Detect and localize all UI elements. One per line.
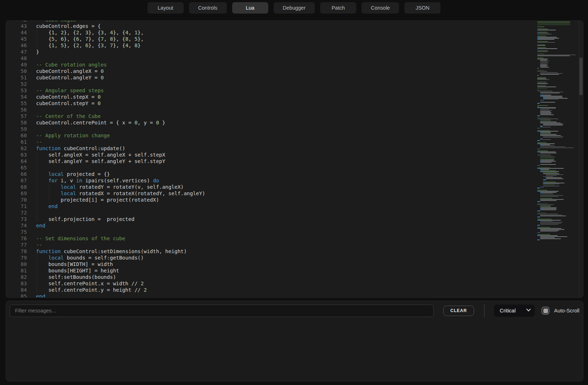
code-line[interactable]: 69 local rotatedX = rotateX(rotatedY, se… (6, 190, 533, 197)
minimap-row (540, 207, 557, 208)
messages-area (10, 317, 579, 378)
tab-lua[interactable]: Lua (232, 2, 268, 14)
code-line[interactable]: 71 end (6, 203, 533, 209)
code-line[interactable]: 77-- (6, 242, 533, 248)
code-line[interactable]: 53-- Angular speed steps (6, 87, 533, 94)
code-line[interactable]: 51cubeControl.angleY = 0 (6, 74, 533, 81)
minimap-row (537, 41, 548, 42)
lua-code-editor[interactable]: 42-- Cube edges43cubeControl.edges = {44… (6, 20, 583, 298)
code-line[interactable]: 60-- Apply rotation change (6, 132, 533, 139)
code-line[interactable]: 43cubeControl.edges = { (6, 23, 533, 29)
code-area[interactable]: 42-- Cube edges43cubeControl.edges = {44… (6, 21, 533, 297)
code-line[interactable]: 48 (6, 55, 533, 61)
minimap-row (543, 124, 563, 124)
code-line[interactable]: 85end (6, 293, 533, 297)
minimap-row (537, 189, 579, 189)
minimap-row (537, 154, 579, 154)
minimap-row (537, 142, 547, 143)
code-line[interactable]: 63 self.angleX = self.angleX + self.step… (6, 152, 533, 158)
code-line[interactable]: 73 self.projection = projected (6, 216, 533, 222)
minimap-row (540, 200, 557, 201)
code-line[interactable]: 65 (6, 164, 533, 171)
code-line[interactable]: 83 self.centrePoint.x = width // 2 (6, 280, 533, 287)
log-level-select[interactable]: Critical (494, 305, 535, 317)
code-line[interactable]: 52 (6, 81, 533, 87)
minimap-row (537, 79, 549, 80)
code-line-text: -- Set dimensions of the cube (36, 235, 533, 242)
code-line[interactable]: 66 local projected = {} (6, 171, 533, 177)
minimap-row (540, 108, 556, 109)
minimap[interactable] (537, 21, 579, 297)
minimap-row (540, 109, 549, 110)
code-line[interactable]: 84 self.centrePoint.y = height // 2 (6, 287, 533, 293)
minimap-row (540, 145, 554, 146)
tab-debugger[interactable]: Debugger (274, 2, 315, 14)
code-line[interactable]: 70 projected[i] = project(rotatedX) (6, 197, 533, 203)
code-line[interactable]: 61-- (6, 139, 533, 145)
code-line[interactable]: 76-- Set dimensions of the cube (6, 235, 533, 242)
filter-messages-input[interactable] (10, 305, 434, 317)
code-line[interactable]: 50cubeControl.angleX = 0 (6, 68, 533, 74)
code-line[interactable]: 82 self:setBounds(bounds) (6, 274, 533, 280)
code-line[interactable]: 47} (6, 49, 533, 55)
minimap-row (537, 53, 579, 53)
minimap-row (540, 139, 551, 140)
code-line-text: } (36, 49, 533, 55)
code-line[interactable]: 74end (6, 222, 533, 229)
line-number: 76 (6, 235, 36, 242)
code-line[interactable]: 59 (6, 126, 533, 132)
minimap-row (543, 136, 563, 137)
code-line[interactable]: 45 {5, 6}, {6, 7}, {7, 8}, {8, 5}, (6, 36, 533, 42)
code-line[interactable]: 55cubeControl.stepY = 0 (6, 100, 533, 107)
minimap-row (537, 85, 546, 86)
minimap-row (540, 72, 558, 73)
minimap-row (540, 92, 563, 93)
code-line[interactable]: 58cubeControl.centrePoint = { x = 0, y =… (6, 119, 533, 126)
minimap-row (537, 212, 579, 212)
code-line[interactable]: 67 for i, v in ipairs(self.vertices) do (6, 177, 533, 184)
code-line-text: cubeControl.angleX = 0 (36, 68, 533, 74)
minimap-row (537, 204, 554, 205)
tab-console[interactable]: Console (362, 2, 399, 14)
code-line[interactable]: 72 (6, 209, 533, 216)
code-line[interactable]: 81 bounds[HEIGHT] = height (6, 267, 533, 274)
minimap-row (537, 141, 579, 142)
code-line[interactable]: 44 {1, 2}, {2, 3}, {3, 4}, {4, 1}, (6, 29, 533, 36)
minimap-row (543, 137, 563, 138)
code-line[interactable]: 68 local rotatedY = rotateY(v, self.angl… (6, 184, 533, 190)
code-line[interactable]: 75 (6, 229, 533, 235)
code-line[interactable]: 64 self.angleY = self.angleY + self.step… (6, 158, 533, 164)
vertical-scrollbar[interactable] (579, 21, 583, 297)
minimap-row (543, 185, 554, 186)
tab-json[interactable]: JSON (404, 2, 440, 14)
indent-guide (37, 177, 37, 184)
minimap-row (537, 75, 539, 76)
minimap-row (537, 232, 540, 233)
minimap-row (537, 101, 579, 102)
minimap-row (537, 33, 549, 34)
code-line-text: self:setBounds(bounds) (36, 274, 533, 280)
tab-controls[interactable]: Controls (189, 2, 227, 14)
line-number: 70 (6, 197, 36, 203)
clear-button[interactable]: CLEAR (443, 306, 474, 316)
minimap-row (537, 87, 556, 87)
code-line[interactable]: 49-- Cube rotation angles (6, 61, 533, 68)
tab-patch[interactable]: Patch (320, 2, 356, 14)
minimap-row (540, 123, 561, 123)
scrollbar-thumb[interactable] (579, 58, 583, 95)
code-line[interactable]: 80 bounds[WIDTH] = width (6, 261, 533, 267)
code-line[interactable]: 54cubeControl.stepX = 0 (6, 94, 533, 100)
tab-layout[interactable]: Layout (148, 2, 184, 14)
code-line[interactable]: 46 {1, 5}, {2, 6}, {3, 7}, {4, 8} (6, 42, 533, 49)
minimap-row (540, 153, 557, 153)
minimap-row (540, 160, 554, 161)
auto-scroll-checkbox[interactable] (542, 307, 549, 315)
code-line[interactable]: 62function cubeControl:update() (6, 145, 533, 152)
code-line[interactable]: 78function cubeControl:setDimensions(wid… (6, 248, 533, 255)
minimap-row (540, 199, 564, 200)
code-line[interactable]: 79 local bounds = self:getBounds() (6, 255, 533, 261)
code-line[interactable]: 56 (6, 107, 533, 113)
code-line-text: cubeControl.edges = { (36, 23, 533, 29)
minimap-row (540, 102, 555, 103)
code-line[interactable]: 57-- Center of the Cube (6, 113, 533, 119)
